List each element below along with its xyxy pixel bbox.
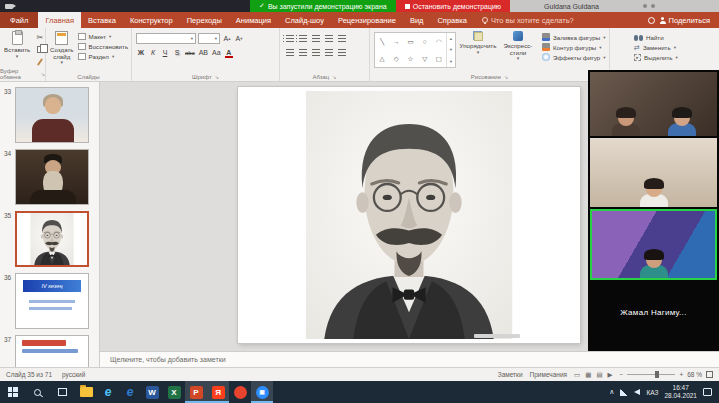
character-spacing-button[interactable]: АВ [198,47,209,58]
font-name-combo[interactable]: ▾ [136,33,196,44]
keyboard-language[interactable]: КАЗ [646,389,658,396]
shapes-scroll-up-icon[interactable]: ▴ [450,36,452,41]
participant-video-1[interactable] [590,72,717,136]
align-center-button[interactable] [297,47,308,58]
section-button[interactable]: Раздел▾ [78,53,129,60]
task-view-button[interactable] [50,381,75,403]
shrink-font-button[interactable]: А▾ [234,33,244,44]
taskbar-word[interactable]: W [141,381,163,403]
shape-arrow-icon[interactable]: → [393,38,400,45]
shapes-scroll-down-icon[interactable]: ▾ [450,47,452,52]
bullets-button[interactable] [284,33,295,44]
reading-view-button[interactable]: ▤ [596,371,602,379]
network-icon[interactable] [620,389,628,396]
select-button[interactable]: ▸Выделить▾ [634,54,678,61]
tab-insert[interactable]: Вставка [81,12,123,28]
cut-button[interactable]: ✂ [33,32,46,43]
strikethrough-button[interactable]: abc [184,47,196,58]
tab-file[interactable]: Файл [0,12,38,28]
shape-star-icon[interactable]: ☆ [408,55,414,63]
hidden-icons-arrow[interactable]: ∧ [609,388,614,396]
dialog-launcher-icon[interactable]: ↘ [41,71,45,77]
bold-button[interactable]: Ж [136,47,146,58]
change-case-button[interactable]: Аа [211,47,222,58]
notes-pane[interactable]: Щелкните, чтобы добавить заметки [100,351,719,367]
align-left-button[interactable] [284,47,295,58]
taskbar-powerpoint-active[interactable]: P [185,381,207,403]
start-button[interactable] [0,381,25,403]
font-size-combo[interactable]: ▾ [198,33,220,44]
share-button[interactable]: Поделиться [639,12,719,28]
slideshow-view-button[interactable]: ▶ [608,371,613,379]
increase-indent-button[interactable] [323,33,334,44]
italic-button[interactable]: К [148,47,158,58]
meeting-minimize-icon[interactable] [651,4,655,8]
tab-transitions[interactable]: Переходы [180,12,229,28]
tab-animations[interactable]: Анимация [229,12,278,28]
clock[interactable]: 16:47 28.04.2021 [664,384,697,400]
taskbar-yandex[interactable]: Я [207,381,229,403]
grow-font-button[interactable]: А▴ [222,33,232,44]
shapes-gallery[interactable]: ╲ → ▭ ○ ◠ △ ◇ ☆ ▽ ▢ ▴ ▾ ▾ [374,32,456,68]
dialog-launcher-icon[interactable]: ↘ [504,74,508,80]
slide-sorter-view-button[interactable]: ▦ [585,371,591,379]
zoom-level[interactable]: 68 % [687,371,702,378]
tab-help[interactable]: Справка [430,12,473,28]
taskbar-excel[interactable]: X [163,381,185,403]
font-color-button[interactable]: А [224,47,234,58]
justify-button[interactable] [323,47,334,58]
shape-callout-icon[interactable]: ▢ [436,55,442,63]
arrange-button[interactable]: Упорядочить ▾ [458,30,498,55]
tab-design[interactable]: Конструктор [123,12,180,28]
shape-effects-button[interactable]: Эффекты фигур▾ [542,53,606,61]
normal-view-button[interactable]: ▭ [574,371,580,379]
notification-center-icon[interactable] [703,388,712,396]
replace-button[interactable]: ⇄Заменить▾ [634,44,678,51]
camera-icon[interactable] [5,4,13,9]
shape-rectangle-icon[interactable]: ▭ [407,38,413,46]
shape-ellipse-icon[interactable]: ○ [423,38,427,45]
decrease-indent-button[interactable] [310,33,321,44]
taskbar-file-explorer[interactable] [75,381,97,403]
participant-video-3-active[interactable] [590,209,717,280]
shape-arc-icon[interactable]: ◠ [436,38,442,46]
tell-me-box[interactable]: Что вы хотите сделать? [474,12,582,28]
quick-styles-button[interactable]: Экспресс-стили ▾ [498,30,538,61]
copy-button[interactable] [33,44,46,55]
shape-triangle-icon[interactable]: △ [380,55,385,63]
zoom-out-button[interactable]: − [620,371,624,378]
reset-button[interactable]: Восстановить [78,43,129,50]
search-button[interactable] [25,381,50,403]
slide-thumbnail-34[interactable] [15,149,89,205]
shapes-more-icon[interactable]: ▾ [450,59,452,64]
text-shadow-button[interactable]: S [172,47,182,58]
stop-share-button[interactable]: Остановить демонстрацию [396,0,510,12]
new-slide-button[interactable]: Создать слайд ▾ [48,30,76,65]
volume-icon[interactable] [634,389,640,395]
taskbar-zoom[interactable]: ▣ [251,381,273,403]
tab-view[interactable]: Вид [403,12,431,28]
zoom-slider[interactable] [627,374,675,375]
tab-review[interactable]: Рецензирование [331,12,403,28]
language-indicator[interactable]: русский [62,371,85,378]
shape-line-icon[interactable]: ╲ [380,38,384,46]
shape-fill-button[interactable]: Заливка фигуры▾ [542,33,606,41]
find-button[interactable]: Найти [634,34,678,41]
dialog-launcher-icon[interactable]: ↘ [215,74,219,80]
participant-video-2[interactable] [590,138,717,207]
tab-slideshow[interactable]: Слайд-шоу [278,12,331,28]
fit-slide-button[interactable] [706,371,713,378]
shape-diamond-icon[interactable]: ◇ [394,55,399,63]
underline-button[interactable]: Ч [160,47,170,58]
comments-toggle-button[interactable]: Примечания [530,371,568,378]
dialog-launcher-icon[interactable]: ↘ [332,74,336,80]
taskbar-browser[interactable] [229,381,251,403]
notes-toggle-button[interactable]: Заметки [498,371,523,378]
shape-outline-button[interactable]: Контур фигуры▾ [542,43,606,51]
tab-home[interactable]: Главная [38,12,81,28]
columns-button[interactable] [336,47,347,58]
slide-thumbnail-37[interactable] [15,335,89,367]
line-spacing-button[interactable] [336,33,347,44]
slide-thumbnail-33[interactable] [15,87,89,143]
meeting-menu-icon[interactable] [643,4,647,8]
